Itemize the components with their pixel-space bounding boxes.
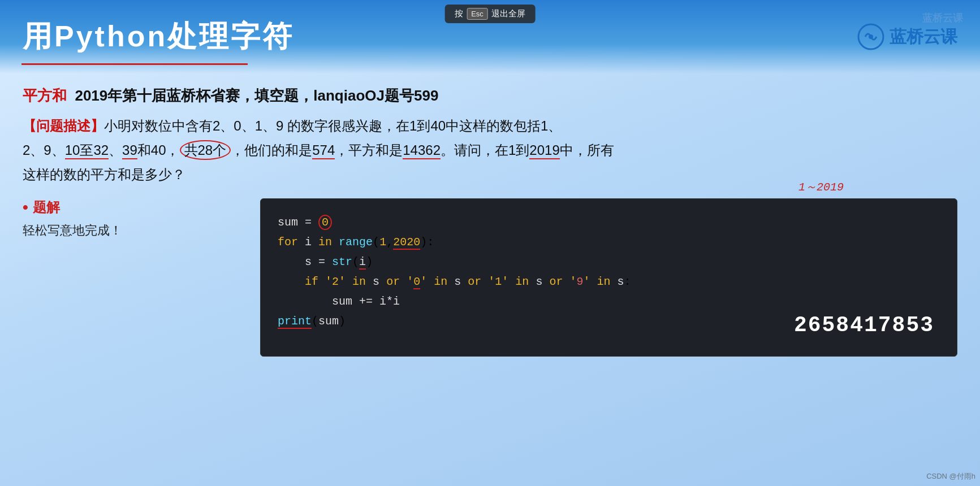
svg-point-1: [869, 34, 873, 39]
count-circled: 共28个: [180, 140, 231, 160]
watermark: 蓝桥云课: [922, 11, 963, 25]
range-underline2: 39: [122, 142, 137, 159]
solution-left: • 题解 轻松写意地完成！: [23, 198, 238, 239]
bullet-icon: •: [23, 198, 28, 216]
logo-text: 蓝桥云课: [890, 25, 957, 49]
solution-section: • 题解 轻松写意地完成！ 1～2019 sum = 0 for i in ra…: [23, 198, 957, 357]
code-line-1: sum = 0: [278, 212, 940, 232]
code-block: 1～2019 sum = 0 for i in range(1,2020): s…: [260, 198, 957, 357]
solution-desc: 轻松写意地完成！: [23, 222, 238, 239]
problem-subtitle: 2019年第十届蓝桥杯省赛，填空题，lanqiaoOJ题号599: [75, 87, 438, 104]
esc-label: 退出全屏: [491, 8, 525, 19]
esc-key: Esc: [467, 8, 488, 20]
code-line-4: if '2' in s or '0' in s or '1' in s or '…: [278, 272, 940, 292]
solution-title: • 题解: [23, 198, 238, 216]
problem-description: 【问题描述】小明对数位中含有2、0、1、9 的数字很感兴趣，在1到40中这样的数…: [23, 114, 645, 187]
solution-title-text: 题解: [33, 198, 60, 216]
code-line-3: s = str(i): [278, 252, 940, 272]
esc-bar: 按 Esc 退出全屏: [444, 5, 536, 23]
sqsum-underline: 14362: [403, 142, 441, 159]
title-underline: [21, 63, 248, 65]
logo-area: 蓝桥云课: [857, 23, 957, 51]
problem-title: 平方和 2019年第十届蓝桥杯省赛，填空题，lanqiaoOJ题号599: [23, 85, 957, 107]
code-line-2: for i in range(1,2020):: [278, 232, 940, 252]
problem-bracket: 【问题描述】: [23, 118, 104, 133]
main-content: 平方和 2019年第十届蓝桥杯省赛，填空题，lanqiaoOJ题号599 【问题…: [0, 73, 980, 486]
csdn-watermark: CSDN @付雨h: [926, 471, 975, 481]
code-annotation: 1～2019: [798, 177, 844, 197]
problem-title-text: 平方和 2019年第十届蓝桥杯省赛，填空题，lanqiaoOJ题号599: [23, 87, 438, 104]
result-number: 2658417853: [794, 307, 934, 345]
esc-prefix: 按: [455, 8, 463, 19]
range-underline: 10至32: [65, 142, 109, 159]
sum-underline: 574: [312, 142, 335, 159]
page-title: 用Python处理字符: [23, 17, 294, 57]
logo-icon: [857, 23, 885, 51]
range-2019: 2019: [529, 142, 559, 159]
